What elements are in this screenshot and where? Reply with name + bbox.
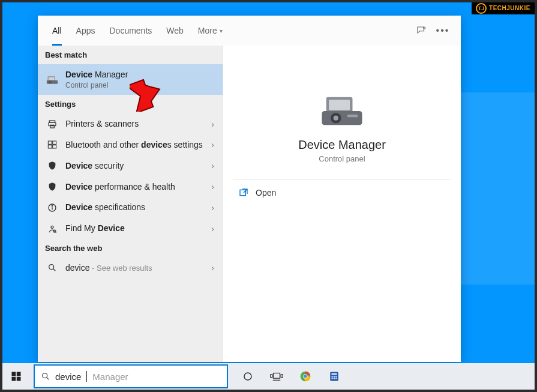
search-icon bbox=[46, 263, 58, 273]
preview-subtitle: Control panel bbox=[319, 154, 365, 163]
preview-title: Device Manager bbox=[298, 138, 386, 152]
settings-result-3[interactable]: Device performance & health› bbox=[38, 176, 223, 198]
tab-all[interactable]: All bbox=[45, 16, 69, 46]
find-device-icon bbox=[46, 224, 58, 234]
tab-all-label: All bbox=[52, 26, 62, 35]
tab-web[interactable]: Web bbox=[159, 16, 191, 46]
result-preview-pane: Device Manager Control panel Open bbox=[223, 46, 461, 362]
svg-line-20 bbox=[53, 269, 56, 271]
calculator-icon bbox=[329, 371, 340, 382]
svg-rect-38 bbox=[281, 375, 283, 378]
chevron-down-icon: ▾ bbox=[220, 28, 223, 34]
settings-result-label: Device specifications bbox=[65, 202, 204, 213]
cortana-icon bbox=[242, 371, 253, 382]
start-icon bbox=[11, 371, 22, 382]
annotation-arrow-icon bbox=[130, 78, 166, 112]
tab-web-label: Web bbox=[166, 26, 184, 35]
svg-rect-22 bbox=[329, 100, 350, 110]
svg-point-25 bbox=[334, 116, 338, 121]
svg-rect-29 bbox=[12, 372, 16, 376]
chevron-right-icon: › bbox=[211, 119, 214, 129]
cortana-button[interactable] bbox=[234, 363, 262, 390]
svg-rect-26 bbox=[347, 115, 358, 117]
svg-rect-45 bbox=[332, 373, 337, 375]
svg-point-19 bbox=[49, 265, 54, 270]
svg-rect-27 bbox=[240, 190, 245, 195]
svg-rect-30 bbox=[17, 372, 21, 376]
result-web-search[interactable]: device - See web results › bbox=[38, 258, 223, 279]
svg-line-34 bbox=[47, 378, 49, 380]
tab-apps-label: Apps bbox=[76, 26, 95, 35]
feedback-icon[interactable] bbox=[410, 25, 432, 36]
settings-result-0[interactable]: Printers & scanners› bbox=[38, 113, 223, 134]
bluetooth-settings-icon bbox=[46, 140, 58, 149]
svg-rect-2 bbox=[49, 77, 55, 80]
text-cursor bbox=[86, 371, 87, 382]
printer-icon bbox=[46, 119, 58, 129]
svg-rect-3 bbox=[47, 80, 58, 83]
chrome-icon bbox=[299, 370, 311, 382]
svg-rect-49 bbox=[332, 378, 333, 379]
svg-rect-47 bbox=[334, 376, 335, 377]
watermark: TJ TECHJUNKIE bbox=[472, 2, 535, 14]
settings-result-4[interactable]: Device specifications› bbox=[38, 197, 223, 218]
settings-result-2[interactable]: Device security› bbox=[38, 155, 223, 176]
result-web-label: device - See web results bbox=[65, 263, 204, 273]
svg-rect-48 bbox=[335, 376, 337, 377]
shield-icon bbox=[46, 182, 58, 191]
search-flyout: All Apps Documents Web More▾ ••• Best ma… bbox=[38, 16, 461, 362]
settings-result-1[interactable]: Bluetooth and other devices settings› bbox=[38, 134, 223, 155]
svg-point-15 bbox=[52, 205, 52, 206]
chevron-right-icon: › bbox=[211, 182, 214, 191]
svg-rect-32 bbox=[17, 377, 21, 381]
settings-result-5[interactable]: Find My Device› bbox=[38, 218, 223, 239]
open-label: Open bbox=[256, 188, 276, 198]
search-tabs: All Apps Documents Web More▾ ••• bbox=[38, 16, 461, 46]
more-options-icon[interactable]: ••• bbox=[432, 25, 454, 36]
tab-more[interactable]: More▾ bbox=[191, 16, 230, 46]
chrome-button[interactable] bbox=[292, 363, 319, 390]
desktop-decoration bbox=[457, 92, 537, 285]
svg-rect-12 bbox=[53, 145, 56, 148]
info-icon bbox=[46, 203, 58, 213]
svg-point-0 bbox=[424, 27, 425, 29]
svg-rect-51 bbox=[335, 378, 337, 379]
svg-point-33 bbox=[43, 373, 47, 378]
svg-rect-11 bbox=[53, 141, 56, 144]
settings-result-label: Device performance & health bbox=[65, 182, 204, 192]
svg-rect-10 bbox=[48, 145, 52, 148]
taskbar: device Manager bbox=[2, 363, 535, 390]
search-icon bbox=[41, 372, 50, 381]
calculator-button[interactable] bbox=[320, 363, 348, 390]
open-action[interactable]: Open bbox=[223, 179, 461, 206]
settings-result-label: Bluetooth and other devices settings bbox=[65, 140, 204, 150]
tab-more-label: More bbox=[198, 26, 217, 35]
tab-documents-label: Documents bbox=[109, 26, 152, 35]
settings-result-label: Find My Device bbox=[65, 223, 204, 234]
taskbar-search-input[interactable]: device Manager bbox=[34, 364, 228, 388]
open-icon bbox=[239, 188, 248, 198]
section-search-web: Search the web bbox=[38, 239, 223, 258]
svg-point-16 bbox=[51, 226, 53, 228]
search-typed-text: device bbox=[55, 372, 81, 382]
device-manager-icon bbox=[321, 92, 363, 130]
settings-result-label: Device security bbox=[65, 161, 204, 171]
svg-line-18 bbox=[55, 232, 56, 232]
svg-rect-46 bbox=[332, 376, 333, 377]
svg-point-35 bbox=[244, 373, 251, 380]
chevron-right-icon: › bbox=[211, 203, 214, 213]
svg-rect-37 bbox=[271, 375, 272, 378]
chevron-right-icon: › bbox=[211, 224, 214, 234]
chevron-right-icon: › bbox=[211, 140, 214, 149]
start-button[interactable] bbox=[2, 363, 30, 390]
section-best-match: Best match bbox=[38, 46, 223, 64]
shield-icon bbox=[46, 161, 58, 170]
chevron-right-icon: › bbox=[211, 161, 214, 170]
tab-documents[interactable]: Documents bbox=[102, 16, 159, 46]
svg-rect-50 bbox=[334, 378, 335, 379]
settings-result-label: Printers & scanners bbox=[65, 119, 204, 129]
tab-apps[interactable]: Apps bbox=[69, 16, 103, 46]
search-suggestion-text: Manager bbox=[92, 372, 128, 382]
svg-marker-28 bbox=[130, 78, 164, 112]
task-view-button[interactable] bbox=[263, 363, 290, 390]
